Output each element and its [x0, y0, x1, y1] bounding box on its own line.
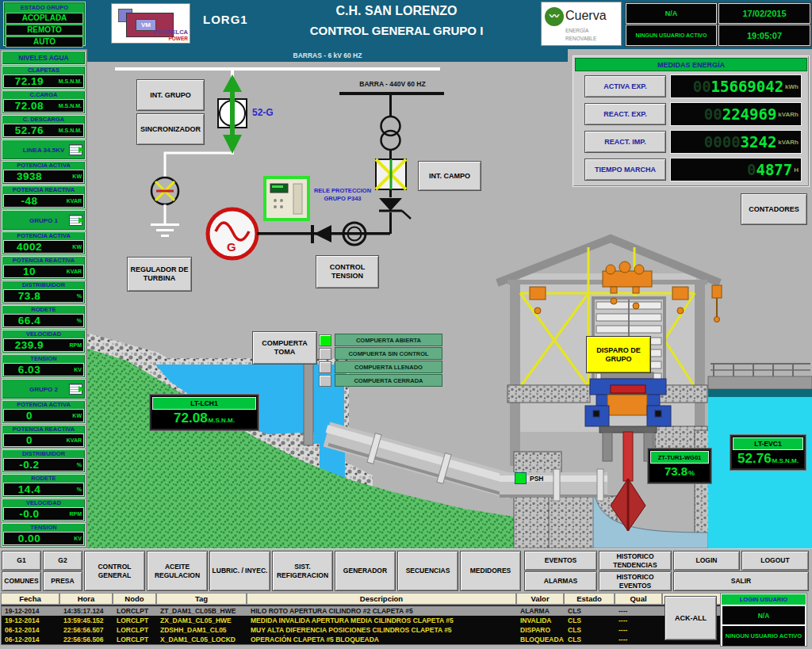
alarm-col-header: Tag: [156, 593, 247, 605]
counter-unit: H: [794, 166, 799, 174]
relay-label-line2: GRUPO P343: [309, 195, 376, 202]
nav-button-eventos[interactable]: EVENTOS: [524, 551, 597, 571]
nav-button-g1[interactable]: G1: [2, 551, 41, 571]
contadores-button[interactable]: CONTADORES: [741, 193, 807, 225]
gate-state-label: COMPUERTA ABIERTA: [335, 334, 442, 346]
counter-ghost-digits: 0: [747, 161, 756, 178]
alarm-band: FechaHoraNodoTagDescripcionValorEstadoQu…: [0, 592, 812, 649]
gate-legend-row: COMPUERTA CERRADA: [319, 374, 442, 387]
nav-button-sist-refigeracion[interactable]: SIST. REFIGERACION: [272, 551, 333, 591]
alarm-cell-estado: CLS: [565, 625, 615, 635]
alarm-row[interactable]: 19-12-201413:59:45.152LORCLPTZX_DAM1_CL0…: [2, 616, 768, 625]
counter-unit: kVARh: [778, 111, 799, 118]
ack-all-button[interactable]: ACK-ALL: [665, 596, 717, 640]
alarm-cell-fecha: 06-12-2014: [2, 625, 60, 635]
nav-button-login[interactable]: LOGIN: [673, 551, 740, 571]
nav-button-historico-eventos[interactable]: HISTORICO EVENTOS: [599, 571, 672, 591]
psh-status-icon: [515, 472, 527, 484]
counter-unit: kVARh: [778, 139, 799, 146]
gate-state-indicator: [319, 361, 331, 373]
alarm-col-header: Valor: [516, 593, 564, 605]
alarm-row[interactable]: 19-12-201414:35:17.124LORCLPTZT_DAM1_CL0…: [2, 606, 768, 616]
energy-counter-display: 0015669042kWh: [670, 74, 802, 98]
nav-button-medidores[interactable]: MEDIDORES: [460, 551, 521, 591]
bus-440v-label: BARRA - 440V 60 HZ: [337, 80, 448, 88]
control-tension-button[interactable]: CONTROL TENSION: [316, 255, 379, 288]
lt-lch1-unit: M.S.N.M.: [209, 417, 235, 424]
alarm-cell-tag: X_DAM1_CL05_LOCKD: [157, 635, 247, 644]
int-campo-button[interactable]: INT. CAMPO: [418, 161, 481, 191]
login-usuario-panel: LOGIN USUARIO N/A NINGUN USUARIO ACTIVO: [720, 593, 807, 647]
field-breaker-symbol: [376, 159, 406, 189]
nav-button-salir[interactable]: SALIR: [673, 571, 809, 591]
nav-button-presa[interactable]: PRESA: [43, 571, 82, 591]
gate-state-indicator: [319, 348, 331, 360]
gate-legend-row: COMPUERTA ABIERTA: [319, 334, 442, 346]
alarm-cell-nodo: LORCLPT: [113, 625, 157, 635]
alarm-cell-qual: ----: [615, 606, 663, 616]
proinelca-sub: POWER: [168, 36, 188, 41]
energy-label-button[interactable]: REACT. IMP.: [584, 131, 666, 153]
nav-button-aceite-regulacion[interactable]: ACEITE REGULACION: [147, 551, 208, 591]
alarm-row[interactable]: 06-12-201422:56:56.506LORCLPTX_DAM1_CL05…: [2, 635, 768, 644]
int-grupo-button[interactable]: INT. GRUPO: [136, 79, 205, 111]
nav-button-control-general[interactable]: CONTROL GENERAL: [84, 551, 145, 591]
alarm-cell-tag: ZDSHH_DAM1_CL05: [157, 625, 247, 635]
time-box: 19:05:07: [718, 25, 810, 46]
disparo-grupo-button[interactable]: DISPARO DE GRUPO: [586, 336, 651, 373]
energy-row: ACTIVA EXP.0015669042kWh: [573, 74, 809, 100]
lt-lch1-value: 72.08: [174, 410, 208, 426]
breaker-52g-label: 52-G: [252, 107, 274, 118]
compuerta-toma-button[interactable]: COMPUERTA TOMA: [252, 331, 317, 365]
nav-button-lubric-inyec-[interactable]: LUBRIC. / INYEC.: [209, 551, 270, 591]
estado-grupo-panel: ESTADO GRUPO ACOPLADA REMOTO AUTO: [3, 2, 86, 46]
plant-title: C.H. SAN LORENZO: [262, 4, 531, 18]
nav-button-generador[interactable]: GENERADOR: [335, 551, 396, 591]
nav-button-secuencias[interactable]: SECUENCIAS: [397, 551, 458, 591]
counter-digits: 224969: [722, 105, 777, 123]
estado-remoto: REMOTO: [6, 25, 83, 36]
alarm-cell-tag: ZT_DAM1_CL05B_HWE: [157, 606, 247, 616]
medidas-energia-title: MEDIDAS ENERGÍA: [575, 58, 807, 71]
alarm-cell-qual: ----: [615, 625, 663, 635]
bus-6kv-banner: BARRAS - 6 kV 60 HZ: [87, 49, 568, 62]
relay-device: [265, 178, 308, 220]
login-user-value: N/A: [722, 606, 805, 624]
energy-label-button[interactable]: ACTIVA EXP.: [584, 75, 666, 97]
energy-counter-display: 04877H: [670, 158, 802, 181]
energy-counter-display: 00224969kVARh: [670, 102, 802, 126]
alarm-cell-hora: 22:56:56.507: [60, 625, 113, 635]
sincronizador-button[interactable]: SINCRONIZADOR: [136, 113, 205, 145]
alarm-cell-desc: OPERACIÓN CLAPETA #5 BLOQUEADA: [247, 635, 517, 644]
gate-legend-row: COMPUERTA LLENADO: [319, 361, 442, 373]
gate-state-label: COMPUERTA LLENADO: [335, 361, 442, 373]
alarm-cell-hora: 13:59:45.152: [60, 616, 113, 625]
energy-row: TIEMPO MARCHA04877H: [573, 157, 809, 183]
nav-button-g2[interactable]: G2: [43, 551, 82, 571]
energy-row: REACT. IMP.00003242kVARh: [573, 129, 809, 155]
regulador-turbina-button[interactable]: REGULADOR DE TURBINA: [127, 257, 192, 292]
alarm-row[interactable]: 06-12-201422:56:56.507LORCLPTZDSHH_DAM1_…: [2, 625, 768, 635]
cuerva-emblem: 〰: [545, 7, 564, 26]
psh-indicator: PSH: [515, 472, 543, 484]
nav-button-logout[interactable]: LOGOUT: [741, 551, 809, 571]
alarm-cell-valor: ALARMA: [517, 606, 565, 616]
nav-button-comunes[interactable]: COMUNES: [2, 571, 41, 591]
proinelca-logo: VM PROINELCA POWER: [111, 3, 190, 44]
lt-evc1-value: 52.76: [737, 451, 772, 467]
nav-button-alarmas[interactable]: ALARMAS: [524, 571, 597, 591]
nav-bar: G1G2COMUNESPRESACONTROL GENERALACEITE RE…: [0, 548, 812, 593]
alarm-cell-qual: ----: [615, 635, 663, 644]
alarm-table-body[interactable]: 19-12-201414:35:17.124LORCLPTZT_DAM1_CL0…: [1, 605, 768, 645]
login-usuario-title: LOGIN USUARIO: [722, 594, 806, 605]
estado-grupo-title: ESTADO GRUPO: [6, 3, 83, 12]
page-code: LORG1: [203, 13, 248, 26]
energy-label-button[interactable]: REACT. EXP.: [584, 103, 666, 125]
medidas-energia-panel: MEDIDAS ENERGÍA ACTIVA EXP.0015669042kWh…: [573, 55, 810, 187]
energy-label-button[interactable]: TIEMPO MARCHA: [584, 158, 666, 181]
status-na-box: N/A: [626, 3, 717, 24]
nav-button-historico-tendencias[interactable]: HISTORICO TENDENCIAS: [599, 551, 672, 571]
lt-lch1-display: LT-LCH1 72.08M.S.N.M.: [150, 395, 259, 430]
alarm-cell-valor: BLOQUEADA: [517, 635, 565, 644]
alarm-cell-fecha: 19-12-2014: [2, 616, 60, 625]
